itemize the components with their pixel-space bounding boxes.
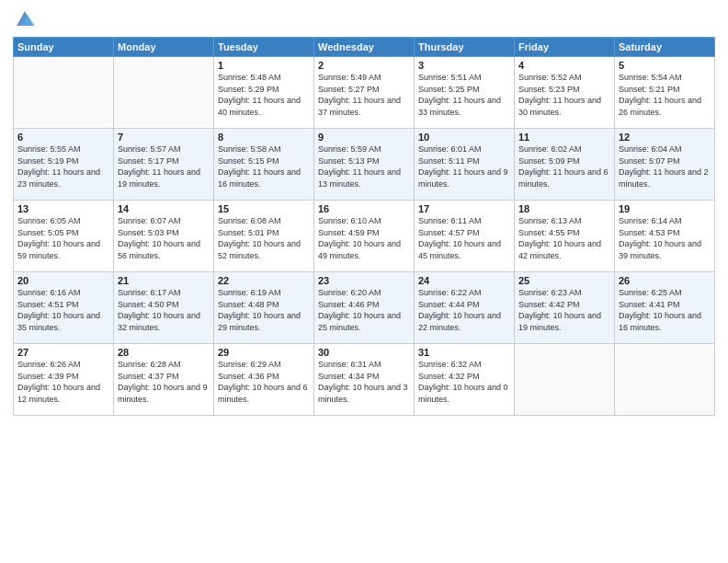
day-number: 3	[418, 60, 510, 71]
calendar-cell: 1Sunrise: 5:48 AMSunset: 5:29 PMDaylight…	[214, 57, 314, 129]
calendar-cell: 25Sunrise: 6:23 AMSunset: 4:42 PMDayligh…	[515, 272, 615, 344]
day-number: 21	[118, 275, 210, 286]
day-number: 31	[418, 347, 510, 358]
week-row-4: 20Sunrise: 6:16 AMSunset: 4:51 PMDayligh…	[14, 272, 715, 344]
calendar-cell	[14, 57, 114, 129]
day-detail: Sunrise: 6:31 AMSunset: 4:34 PMDaylight:…	[318, 359, 410, 405]
calendar-body: 1Sunrise: 5:48 AMSunset: 5:29 PMDaylight…	[14, 57, 715, 416]
day-number: 9	[318, 132, 410, 143]
calendar-cell: 5Sunrise: 5:54 AMSunset: 5:21 PMDaylight…	[615, 57, 715, 129]
calendar-cell: 17Sunrise: 6:11 AMSunset: 4:57 PMDayligh…	[415, 201, 515, 272]
calendar-cell: 13Sunrise: 6:05 AMSunset: 5:05 PMDayligh…	[14, 201, 114, 272]
day-detail: Sunrise: 6:01 AMSunset: 5:11 PMDaylight:…	[418, 144, 510, 190]
day-number: 24	[418, 275, 510, 286]
calendar-cell: 3Sunrise: 5:51 AMSunset: 5:25 PMDaylight…	[415, 57, 515, 129]
calendar-cell: 29Sunrise: 6:29 AMSunset: 4:36 PMDayligh…	[214, 344, 314, 416]
day-number: 30	[318, 347, 410, 358]
day-detail: Sunrise: 6:02 AMSunset: 5:09 PMDaylight:…	[518, 144, 610, 190]
week-row-3: 13Sunrise: 6:05 AMSunset: 5:05 PMDayligh…	[14, 201, 715, 272]
day-detail: Sunrise: 5:59 AMSunset: 5:13 PMDaylight:…	[318, 144, 410, 190]
calendar-cell: 22Sunrise: 6:19 AMSunset: 4:48 PMDayligh…	[214, 272, 314, 344]
calendar-cell: 8Sunrise: 5:58 AMSunset: 5:15 PMDaylight…	[214, 129, 314, 201]
day-detail: Sunrise: 6:23 AMSunset: 4:42 PMDaylight:…	[518, 287, 610, 333]
calendar-cell: 12Sunrise: 6:04 AMSunset: 5:07 PMDayligh…	[615, 129, 715, 201]
day-number: 29	[218, 347, 310, 358]
day-detail: Sunrise: 6:28 AMSunset: 4:37 PMDaylight:…	[118, 359, 210, 405]
calendar-page: SundayMondayTuesdayWednesdayThursdayFrid…	[0, 0, 728, 563]
day-detail: Sunrise: 6:22 AMSunset: 4:44 PMDaylight:…	[418, 287, 510, 333]
calendar-cell: 26Sunrise: 6:25 AMSunset: 4:41 PMDayligh…	[615, 272, 715, 344]
day-number: 7	[118, 132, 210, 143]
calendar-cell: 6Sunrise: 5:55 AMSunset: 5:19 PMDaylight…	[14, 129, 114, 201]
calendar-table: SundayMondayTuesdayWednesdayThursdayFrid…	[13, 37, 715, 416]
day-number: 27	[17, 347, 109, 358]
day-number: 8	[218, 132, 310, 143]
day-number: 6	[17, 132, 109, 143]
calendar-cell: 24Sunrise: 6:22 AMSunset: 4:44 PMDayligh…	[415, 272, 515, 344]
calendar-cell: 20Sunrise: 6:16 AMSunset: 4:51 PMDayligh…	[14, 272, 114, 344]
day-number: 10	[418, 132, 510, 143]
day-header-friday: Friday	[515, 38, 615, 57]
calendar-cell: 23Sunrise: 6:20 AMSunset: 4:46 PMDayligh…	[314, 272, 415, 344]
day-header-thursday: Thursday	[415, 38, 515, 57]
day-detail: Sunrise: 6:32 AMSunset: 4:32 PMDaylight:…	[418, 359, 510, 405]
logo	[13, 9, 35, 33]
calendar-cell: 16Sunrise: 6:10 AMSunset: 4:59 PMDayligh…	[314, 201, 415, 272]
day-detail: Sunrise: 5:51 AMSunset: 5:25 PMDaylight:…	[418, 72, 510, 118]
day-detail: Sunrise: 6:16 AMSunset: 4:51 PMDaylight:…	[17, 287, 109, 333]
day-number: 26	[619, 275, 711, 286]
logo-icon	[15, 9, 35, 29]
day-detail: Sunrise: 6:11 AMSunset: 4:57 PMDaylight:…	[418, 215, 510, 261]
calendar-cell: 7Sunrise: 5:57 AMSunset: 5:17 PMDaylight…	[114, 129, 214, 201]
day-number: 11	[518, 132, 610, 143]
day-number: 16	[318, 203, 410, 214]
calendar-cell: 21Sunrise: 6:17 AMSunset: 4:50 PMDayligh…	[114, 272, 214, 344]
day-header-wednesday: Wednesday	[314, 38, 415, 57]
week-row-5: 27Sunrise: 6:26 AMSunset: 4:39 PMDayligh…	[14, 344, 715, 416]
day-header-saturday: Saturday	[615, 38, 715, 57]
day-number: 15	[218, 203, 310, 214]
day-detail: Sunrise: 5:48 AMSunset: 5:29 PMDaylight:…	[218, 72, 310, 118]
day-number: 28	[118, 347, 210, 358]
week-row-2: 6Sunrise: 5:55 AMSunset: 5:19 PMDaylight…	[14, 129, 715, 201]
day-number: 4	[518, 60, 610, 71]
calendar-cell: 19Sunrise: 6:14 AMSunset: 4:53 PMDayligh…	[615, 201, 715, 272]
day-detail: Sunrise: 6:19 AMSunset: 4:48 PMDaylight:…	[218, 287, 310, 333]
calendar-cell: 4Sunrise: 5:52 AMSunset: 5:23 PMDaylight…	[515, 57, 615, 129]
day-detail: Sunrise: 6:05 AMSunset: 5:05 PMDaylight:…	[17, 215, 109, 261]
calendar-cell: 10Sunrise: 6:01 AMSunset: 5:11 PMDayligh…	[415, 129, 515, 201]
calendar-cell: 14Sunrise: 6:07 AMSunset: 5:03 PMDayligh…	[114, 201, 214, 272]
week-row-1: 1Sunrise: 5:48 AMSunset: 5:29 PMDaylight…	[14, 57, 715, 129]
day-detail: Sunrise: 6:14 AMSunset: 4:53 PMDaylight:…	[619, 215, 711, 261]
day-detail: Sunrise: 6:13 AMSunset: 4:55 PMDaylight:…	[518, 215, 610, 261]
header	[13, 9, 715, 33]
day-detail: Sunrise: 6:20 AMSunset: 4:46 PMDaylight:…	[318, 287, 410, 333]
day-detail: Sunrise: 5:55 AMSunset: 5:19 PMDaylight:…	[17, 144, 109, 190]
day-detail: Sunrise: 5:57 AMSunset: 5:17 PMDaylight:…	[118, 144, 210, 190]
day-number: 12	[619, 132, 711, 143]
day-number: 25	[518, 275, 610, 286]
day-number: 18	[518, 203, 610, 214]
day-detail: Sunrise: 6:08 AMSunset: 5:01 PMDaylight:…	[218, 215, 310, 261]
calendar-cell: 11Sunrise: 6:02 AMSunset: 5:09 PMDayligh…	[515, 129, 615, 201]
day-detail: Sunrise: 6:26 AMSunset: 4:39 PMDaylight:…	[17, 359, 109, 405]
calendar-cell: 27Sunrise: 6:26 AMSunset: 4:39 PMDayligh…	[14, 344, 114, 416]
day-header-monday: Monday	[114, 38, 214, 57]
day-detail: Sunrise: 6:07 AMSunset: 5:03 PMDaylight:…	[118, 215, 210, 261]
calendar-cell: 31Sunrise: 6:32 AMSunset: 4:32 PMDayligh…	[415, 344, 515, 416]
calendar-cell	[615, 344, 715, 416]
day-header-tuesday: Tuesday	[214, 38, 314, 57]
calendar-header-row: SundayMondayTuesdayWednesdayThursdayFrid…	[14, 38, 715, 57]
calendar-cell: 30Sunrise: 6:31 AMSunset: 4:34 PMDayligh…	[314, 344, 415, 416]
day-number: 1	[218, 60, 310, 71]
calendar-cell	[515, 344, 615, 416]
day-number: 22	[218, 275, 310, 286]
day-number: 19	[619, 203, 711, 214]
day-number: 2	[318, 60, 410, 71]
day-number: 13	[17, 203, 109, 214]
day-detail: Sunrise: 6:29 AMSunset: 4:36 PMDaylight:…	[218, 359, 310, 405]
day-detail: Sunrise: 5:54 AMSunset: 5:21 PMDaylight:…	[619, 72, 711, 118]
day-number: 17	[418, 203, 510, 214]
day-number: 5	[619, 60, 711, 71]
calendar-cell: 18Sunrise: 6:13 AMSunset: 4:55 PMDayligh…	[515, 201, 615, 272]
